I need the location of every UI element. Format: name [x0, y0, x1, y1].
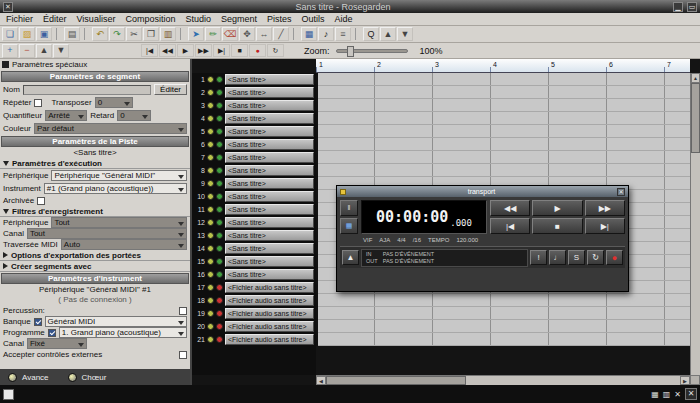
scroll-left-arrow-icon[interactable]: ◀	[316, 376, 326, 385]
mute-led-icon[interactable]	[207, 167, 214, 174]
transport-loop-button[interactable]: ↻	[587, 250, 604, 265]
segment-edit-button[interactable]: Éditer	[154, 84, 187, 95]
matrix-editor-icon[interactable]: ▦	[301, 27, 317, 41]
track-label[interactable]: <Sans titre>	[225, 126, 314, 137]
staff-export-header[interactable]: Options d'exportation des portées	[0, 250, 190, 261]
scroll-down-icon[interactable]: ▼	[397, 27, 413, 41]
quantize-icon[interactable]: Q	[363, 27, 379, 41]
record-led-icon[interactable]	[216, 336, 223, 343]
track-label[interactable]: <Sans titre>	[225, 100, 314, 111]
event-list-icon[interactable]: ≡	[335, 27, 351, 41]
close-status-icon[interactable]: ✕	[674, 390, 681, 399]
scroll-up-arrow-icon[interactable]: ▲	[691, 73, 700, 83]
add-track-icon[interactable]: +	[2, 44, 18, 58]
midi-out-indicator-icon[interactable]: ▥	[663, 390, 671, 399]
playback-position-pointer[interactable]	[316, 73, 318, 346]
mute-led-icon[interactable]	[207, 219, 214, 226]
forward-to-end-button[interactable]: ▶|	[213, 44, 230, 57]
record-led-icon[interactable]	[216, 128, 223, 135]
transport-eject-button[interactable]: ▲	[342, 250, 359, 265]
scroll-right-arrow-icon[interactable]: ▶	[680, 376, 690, 385]
split-tool-icon[interactable]: ╱	[273, 27, 289, 41]
transport-pause-button[interactable]: ‖	[340, 200, 358, 216]
close-window-button[interactable]: ✕	[3, 2, 13, 12]
move-track-up-icon[interactable]: ▲	[36, 44, 52, 58]
transport-midi-display-button[interactable]: ▦	[340, 218, 358, 234]
record-led-icon[interactable]	[216, 89, 223, 96]
transport-close-icon[interactable]: ✕	[617, 188, 625, 196]
bank-dropdown[interactable]: Général MIDI	[45, 316, 187, 327]
mute-led-icon[interactable]	[207, 245, 214, 252]
mute-led-icon[interactable]	[207, 115, 214, 122]
record-led-icon[interactable]	[216, 245, 223, 252]
chorus-knob[interactable]	[68, 373, 77, 382]
timeline-ruler[interactable]: 1234567	[316, 59, 690, 73]
record-led-icon[interactable]	[216, 76, 223, 83]
transport-title-bar[interactable]: transport ✕	[337, 186, 628, 197]
menu-item-composition[interactable]: Composition	[125, 14, 175, 24]
erase-tool-icon[interactable]: ⌫	[222, 27, 238, 41]
move-track-down-icon[interactable]: ▼	[53, 44, 69, 58]
vertical-scrollbar-thumb[interactable]	[691, 83, 700, 153]
record-led-icon[interactable]	[216, 323, 223, 330]
transport-fast-forward-button[interactable]: ▶▶	[585, 200, 625, 216]
track-label[interactable]: <Fichier audio sans titre>	[225, 321, 314, 332]
print-icon[interactable]: ▤	[64, 27, 80, 41]
transport-panic-button[interactable]: !	[530, 250, 547, 265]
track-label[interactable]: <Fichier audio sans titre>	[225, 308, 314, 319]
menu-item-editer[interactable]: Éditer	[43, 14, 67, 24]
vertical-scrollbar[interactable]: ▲	[690, 73, 700, 375]
filter-channel-dropdown[interactable]: Tout	[27, 228, 187, 239]
pan-knob[interactable]	[8, 373, 17, 382]
delay-dropdown[interactable]: 0	[117, 110, 151, 121]
mute-led-icon[interactable]	[207, 128, 214, 135]
transport-menu-icon[interactable]	[340, 189, 346, 195]
menu-item-visualiser[interactable]: Visualiser	[77, 14, 116, 24]
track-label[interactable]: <Sans titre>	[225, 178, 314, 189]
track-label[interactable]: <Fichier audio sans titre>	[225, 334, 314, 345]
new-file-icon[interactable]: ❏	[2, 27, 18, 41]
transport-to-start-button[interactable]: |◀	[490, 218, 530, 234]
record-led-icon[interactable]	[216, 258, 223, 265]
playback-parameters-header[interactable]: Paramètres d'exécution	[0, 158, 190, 169]
mute-led-icon[interactable]	[207, 271, 214, 278]
copy-icon[interactable]: ❐	[143, 27, 159, 41]
draw-tool-icon[interactable]: ✏	[205, 27, 221, 41]
channel-dropdown[interactable]: Fixé	[27, 338, 87, 349]
play-button[interactable]: ▶	[177, 44, 194, 57]
menu-item-aide[interactable]: Aide	[335, 14, 353, 24]
paste-icon[interactable]: ▥	[160, 27, 176, 41]
mute-led-icon[interactable]	[207, 154, 214, 161]
record-filters-header[interactable]: Filtres d'enregistrement	[0, 206, 190, 217]
move-tool-icon[interactable]: ✥	[239, 27, 255, 41]
record-led-icon[interactable]	[216, 193, 223, 200]
track-label[interactable]: <Sans titre>	[225, 113, 314, 124]
record-led-icon[interactable]	[216, 271, 223, 278]
record-led-icon[interactable]	[216, 154, 223, 161]
track-label[interactable]: <Sans titre>	[225, 152, 314, 163]
panel-handle-icon[interactable]	[2, 61, 9, 68]
record-led-icon[interactable]	[216, 297, 223, 304]
mute-led-icon[interactable]	[207, 180, 214, 187]
record-led-icon[interactable]	[216, 219, 223, 226]
menu-item-segment[interactable]: Segment	[221, 14, 257, 24]
track-label[interactable]: <Sans titre>	[225, 87, 314, 98]
mute-led-icon[interactable]	[207, 310, 214, 317]
archived-checkbox[interactable]	[37, 197, 45, 205]
segment-name-input[interactable]	[23, 85, 151, 95]
filter-device-dropdown[interactable]: Tout	[51, 217, 187, 228]
rewind-to-start-button[interactable]: |◀	[141, 44, 158, 57]
record-led-icon[interactable]	[216, 310, 223, 317]
menu-item-fichier[interactable]: Fichier	[6, 14, 33, 24]
track-label[interactable]: <Fichier audio sans titre>	[225, 295, 314, 306]
mute-led-icon[interactable]	[207, 336, 214, 343]
program-checkbox[interactable]	[48, 329, 56, 337]
track-label[interactable]: <Sans titre>	[225, 243, 314, 254]
select-tool-icon[interactable]: ➤	[188, 27, 204, 41]
percussion-checkbox[interactable]	[179, 307, 187, 315]
save-icon[interactable]: ▣	[36, 27, 52, 41]
stop-button[interactable]: ■	[231, 44, 248, 57]
record-led-icon[interactable]	[216, 206, 223, 213]
track-label[interactable]: <Sans titre>	[225, 74, 314, 85]
track-label[interactable]: <Sans titre>	[225, 217, 314, 228]
